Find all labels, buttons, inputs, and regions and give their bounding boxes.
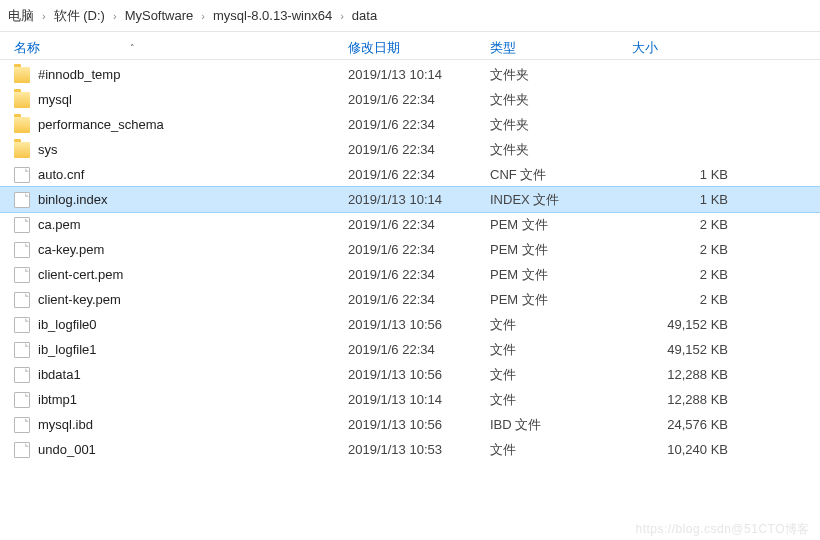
file-name-label: client-cert.pem (38, 267, 123, 282)
file-icon (14, 192, 30, 208)
file-row[interactable]: undo_0012019/1/13 10:53文件10,240 KB (0, 437, 820, 462)
breadcrumb-item[interactable]: 电脑 (4, 7, 38, 25)
file-row[interactable]: performance_schema2019/1/6 22:34文件夹 (0, 112, 820, 137)
breadcrumb-item[interactable]: MySoftware (121, 8, 198, 23)
file-date-cell: 2019/1/6 22:34 (348, 117, 490, 132)
breadcrumb-item[interactable]: 软件 (D:) (50, 7, 109, 25)
file-icon (14, 392, 30, 408)
file-name-cell: client-key.pem (0, 292, 348, 308)
file-date-cell: 2019/1/6 22:34 (348, 267, 490, 282)
file-type-cell: PEM 文件 (490, 266, 632, 284)
file-name-label: ca.pem (38, 217, 81, 232)
file-name-label: ib_logfile0 (38, 317, 97, 332)
file-name-label: ca-key.pem (38, 242, 104, 257)
file-type-cell: INDEX 文件 (490, 191, 632, 209)
column-header-size[interactable]: 大小 (632, 39, 742, 57)
file-row[interactable]: ca-key.pem2019/1/6 22:34PEM 文件2 KB (0, 237, 820, 262)
file-size-cell: 12,288 KB (632, 392, 742, 407)
file-name-cell: #innodb_temp (0, 67, 348, 83)
file-type-cell: PEM 文件 (490, 216, 632, 234)
file-size-cell: 49,152 KB (632, 317, 742, 332)
file-row[interactable]: sys2019/1/6 22:34文件夹 (0, 137, 820, 162)
file-date-cell: 2019/1/13 10:56 (348, 367, 490, 382)
file-row[interactable]: ca.pem2019/1/6 22:34PEM 文件2 KB (0, 212, 820, 237)
file-type-cell: 文件夹 (490, 141, 632, 159)
file-name-cell: client-cert.pem (0, 267, 348, 283)
file-icon (14, 292, 30, 308)
file-name-cell: performance_schema (0, 117, 348, 133)
file-name-cell: undo_001 (0, 442, 348, 458)
sort-indicator-icon: ˄ (130, 43, 135, 53)
file-name-cell: mysql.ibd (0, 417, 348, 433)
file-name-label: #innodb_temp (38, 67, 120, 82)
file-row[interactable]: mysql2019/1/6 22:34文件夹 (0, 87, 820, 112)
file-name-label: mysql.ibd (38, 417, 93, 432)
file-name-label: ibdata1 (38, 367, 81, 382)
chevron-right-icon: › (336, 10, 348, 22)
file-icon (14, 242, 30, 258)
file-type-cell: CNF 文件 (490, 166, 632, 184)
file-name-label: ib_logfile1 (38, 342, 97, 357)
file-row[interactable]: mysql.ibd2019/1/13 10:56IBD 文件24,576 KB (0, 412, 820, 437)
chevron-right-icon: › (197, 10, 209, 22)
column-header-name-label: 名称 (14, 39, 40, 57)
file-date-cell: 2019/1/13 10:56 (348, 317, 490, 332)
file-name-label: sys (38, 142, 58, 157)
column-headers: 名称 ˄ 修改日期 类型 大小 (0, 32, 820, 60)
breadcrumb-item[interactable]: mysql-8.0.13-winx64 (209, 8, 336, 23)
file-name-label: mysql (38, 92, 72, 107)
file-date-cell: 2019/1/6 22:34 (348, 242, 490, 257)
folder-icon (14, 142, 30, 158)
file-date-cell: 2019/1/6 22:34 (348, 217, 490, 232)
file-type-cell: PEM 文件 (490, 241, 632, 259)
file-date-cell: 2019/1/6 22:34 (348, 342, 490, 357)
file-type-cell: 文件 (490, 316, 632, 334)
file-icon (14, 367, 30, 383)
file-row[interactable]: ib_logfile12019/1/6 22:34文件49,152 KB (0, 337, 820, 362)
file-name-label: binlog.index (38, 192, 107, 207)
file-row[interactable]: client-key.pem2019/1/6 22:34PEM 文件2 KB (0, 287, 820, 312)
watermark-text: https://blog.csdn@51CTO博客 (635, 521, 810, 538)
file-date-cell: 2019/1/6 22:34 (348, 92, 490, 107)
file-row[interactable]: ibdata12019/1/13 10:56文件12,288 KB (0, 362, 820, 387)
file-row[interactable]: auto.cnf2019/1/6 22:34CNF 文件1 KB (0, 162, 820, 187)
file-date-cell: 2019/1/13 10:14 (348, 392, 490, 407)
file-name-cell: ib_logfile1 (0, 342, 348, 358)
file-name-label: ibtmp1 (38, 392, 77, 407)
file-row[interactable]: ibtmp12019/1/13 10:14文件12,288 KB (0, 387, 820, 412)
file-size-cell: 1 KB (632, 167, 742, 182)
file-name-cell: ibtmp1 (0, 392, 348, 408)
file-row[interactable]: #innodb_temp2019/1/13 10:14文件夹 (0, 62, 820, 87)
file-name-label: client-key.pem (38, 292, 121, 307)
chevron-right-icon: › (109, 10, 121, 22)
column-header-type[interactable]: 类型 (490, 39, 632, 57)
file-row[interactable]: binlog.index2019/1/13 10:14INDEX 文件1 KB (0, 187, 820, 212)
file-type-cell: 文件 (490, 341, 632, 359)
file-icon (14, 442, 30, 458)
file-row[interactable]: ib_logfile02019/1/13 10:56文件49,152 KB (0, 312, 820, 337)
file-name-cell: auto.cnf (0, 167, 348, 183)
file-size-cell: 49,152 KB (632, 342, 742, 357)
file-type-cell: 文件夹 (490, 91, 632, 109)
file-type-cell: 文件 (490, 441, 632, 459)
file-date-cell: 2019/1/13 10:53 (348, 442, 490, 457)
breadcrumb[interactable]: 电脑›软件 (D:)›MySoftware›mysql-8.0.13-winx6… (0, 0, 820, 32)
file-date-cell: 2019/1/6 22:34 (348, 167, 490, 182)
file-icon (14, 217, 30, 233)
file-name-cell: mysql (0, 92, 348, 108)
file-name-label: performance_schema (38, 117, 164, 132)
file-name-cell: ca-key.pem (0, 242, 348, 258)
breadcrumb-item[interactable]: data (348, 8, 381, 23)
file-name-cell: binlog.index (0, 192, 348, 208)
file-name-label: auto.cnf (38, 167, 84, 182)
file-name-label: undo_001 (38, 442, 96, 457)
file-row[interactable]: client-cert.pem2019/1/6 22:34PEM 文件2 KB (0, 262, 820, 287)
file-name-cell: ca.pem (0, 217, 348, 233)
column-header-name[interactable]: 名称 ˄ (0, 39, 348, 57)
file-name-cell: sys (0, 142, 348, 158)
file-type-cell: 文件夹 (490, 116, 632, 134)
file-size-cell: 2 KB (632, 267, 742, 282)
file-size-cell: 2 KB (632, 292, 742, 307)
file-type-cell: PEM 文件 (490, 291, 632, 309)
column-header-date[interactable]: 修改日期 (348, 39, 490, 57)
